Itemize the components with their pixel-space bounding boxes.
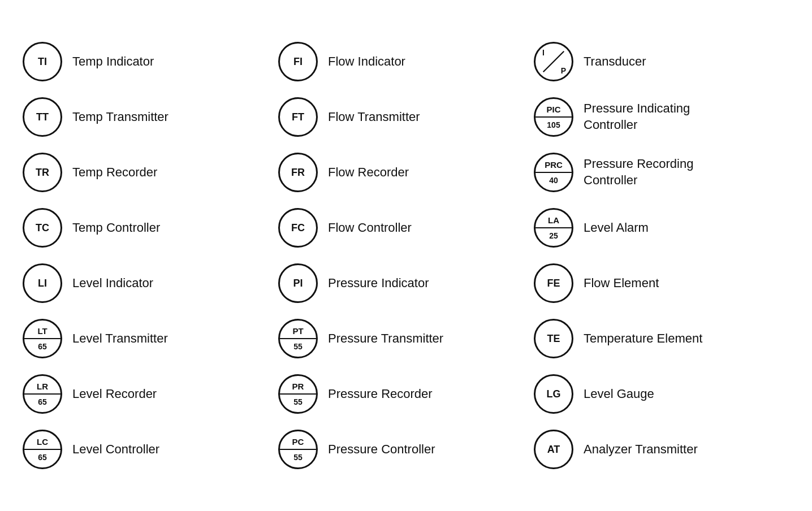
symbol-bottom-PC: 55 [293,453,303,462]
row-FC: FCFlow Controller [278,205,534,250]
row-LG: LGLevel Gauge [534,371,789,417]
divider-line-LR [24,393,61,395]
symbol-top-PRC: PRC [545,160,563,170]
symbol-PR: PR55 [278,374,318,414]
label-LR: Level Recorder [72,386,174,402]
label-LI: Level Indicator [72,275,174,292]
row-TR: TRTemp Recorder [23,150,278,195]
label-TRANS: Transducer [584,54,685,70]
divider-line-PRC [535,172,572,173]
row-FR: FRFlow Recorder [278,150,534,195]
symbol-text-FE: FE [547,278,560,288]
symbol-FT: FT [278,97,318,137]
symbol-bottom-PRC: 40 [549,176,558,185]
symbol-bottom-LC: 65 [38,453,47,462]
label-PR: Pressure Recorder [328,386,433,402]
row-LA: LA25Level Alarm [534,205,789,250]
symbol-TR: TR [23,153,62,192]
symbol-FE: FE [534,263,573,303]
column-col1: TITemp IndicatorTTTemp TransmitterTRTemp… [23,39,278,472]
column-col2: FIFlow IndicatorFTFlow TransmitterFRFlow… [278,39,534,472]
label-LT: Level Transmitter [72,331,174,347]
row-TT: TTTemp Transmitter [23,94,278,140]
symbol-top-LT: LT [37,326,47,336]
label-TI: Temp Indicator [72,54,174,70]
symbol-bottom-PR: 55 [293,397,303,406]
symbol-bottom-LA: 25 [549,231,558,240]
symbol-text-TC: TC [36,223,49,233]
symbol-top-PC: PC [292,437,304,447]
symbol-FC: FC [278,208,318,248]
label-PIC: Pressure IndicatingController [584,101,690,133]
symbol-LC: LC65 [23,430,62,469]
symbol-bottom-LT: 65 [38,342,47,351]
symbol-top-PIC: PIC [546,105,560,114]
symbol-bottom-PIC: 105 [547,120,560,129]
symbol-text-LI: LI [38,278,47,288]
symbol-bottom-PT: 55 [293,342,303,351]
label-FT: Flow Transmitter [328,109,430,125]
symbol-PIC: PIC105 [534,97,573,137]
symbol-PC: PC55 [278,430,318,469]
symbol-LT: LT65 [23,319,62,358]
symbol-text-PI: PI [293,278,303,288]
row-LR: LR65Level Recorder [23,371,278,417]
row-PI: PIPressure Indicator [278,261,534,306]
symbol-TT: TT [23,97,62,137]
divider-line-LA [535,227,572,228]
label-FE: Flow Element [584,275,685,292]
label-PI: Pressure Indicator [328,275,430,292]
divider-line-LT [24,338,61,339]
label-TR: Temp Recorder [72,164,174,181]
row-LI: LILevel Indicator [23,261,278,306]
symbol-text-FR: FR [291,167,305,177]
label-FR: Flow Recorder [328,164,430,181]
column-col3: IPTransducerPIC105Pressure IndicatingCon… [534,39,789,472]
symbol-top-LA: LA [548,215,559,225]
row-PR: PR55Pressure Recorder [278,371,534,417]
symbol-LG: LG [534,374,573,414]
row-FT: FTFlow Transmitter [278,94,534,140]
label-PC: Pressure Controller [328,441,435,458]
symbol-LR: LR65 [23,374,62,414]
symbol-LI: LI [23,263,62,303]
row-FE: FEFlow Element [534,261,789,306]
label-LC: Level Controller [72,441,174,458]
divider-line-PT [280,338,316,339]
symbol-top-LR: LR [37,382,48,391]
symbol-text-TT: TT [36,112,49,122]
symbol-bottom-TRANS: P [561,66,566,75]
row-AT: ATAnalyzer Transmitter [534,427,789,472]
symbol-TC: TC [23,208,62,248]
divider-line-PC [280,449,316,450]
label-LA: Level Alarm [584,220,685,236]
divider-line-LC [24,449,61,450]
symbol-PI: PI [278,263,318,303]
symbol-TI: TI [23,42,62,81]
symbol-text-TI: TI [38,57,47,67]
row-PRC: PRC40Pressure RecordingController [534,150,789,195]
row-TC: TCTemp Controller [23,205,278,250]
row-TI: TITemp Indicator [23,39,278,84]
row-TE: TETemperature Element [534,316,789,361]
symbol-FI: FI [278,42,318,81]
instrument-legend: TITemp IndicatorTTTemp TransmitterTRTemp… [0,22,812,489]
symbol-TE: TE [534,319,573,358]
label-FI: Flow Indicator [328,54,430,70]
divider-line-PR [280,393,316,395]
label-PRC: Pressure RecordingController [584,156,693,188]
label-TE: Temperature Element [584,331,702,347]
row-LC: LC65Level Controller [23,427,278,472]
symbol-text-TR: TR [36,167,49,177]
row-PIC: PIC105Pressure IndicatingController [534,94,789,140]
symbol-top-TRANS: I [542,48,545,57]
row-PT: PT55Pressure Transmitter [278,316,534,361]
symbol-bottom-LR: 65 [38,397,47,406]
symbol-text-FI: FI [293,57,303,67]
symbol-text-FC: FC [291,223,305,233]
row-LT: LT65Level Transmitter [23,316,278,361]
symbol-top-PT: PT [292,326,303,336]
row-TRANS: IPTransducer [534,39,789,84]
label-AT: Analyzer Transmitter [584,441,698,458]
label-LG: Level Gauge [584,386,685,402]
